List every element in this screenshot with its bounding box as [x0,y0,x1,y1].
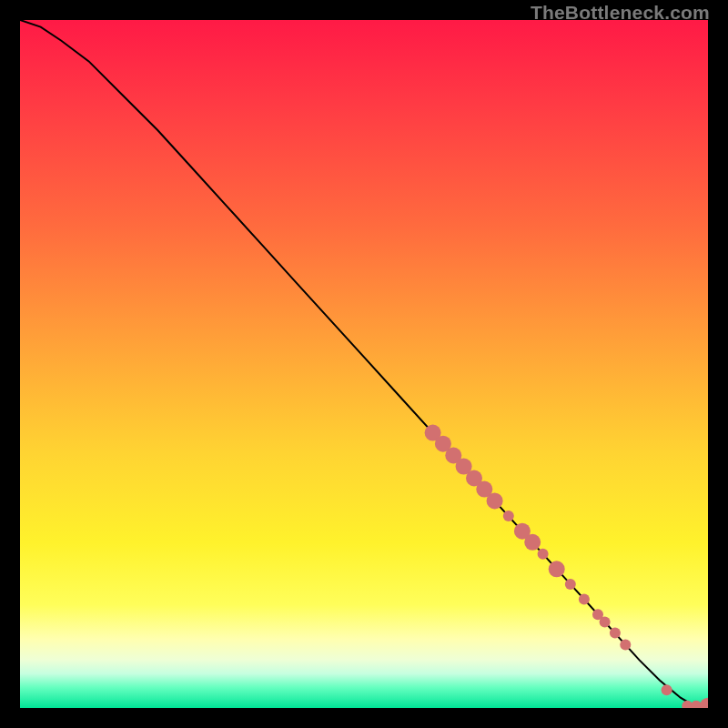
data-point [549,561,565,577]
data-point [503,511,514,521]
data-point [700,698,708,708]
data-point [620,639,631,650]
data-point [579,594,590,605]
marker-group [425,425,708,708]
data-point [538,549,549,560]
chart-svg [20,20,708,708]
data-point [565,579,576,590]
plot-area [20,20,708,708]
series-line [20,20,708,706]
chart-stage: TheBottleneck.com [0,0,728,728]
data-point [524,534,541,551]
data-point [487,492,503,509]
data-point [610,628,621,639]
data-point [600,617,611,628]
data-point [662,684,672,695]
